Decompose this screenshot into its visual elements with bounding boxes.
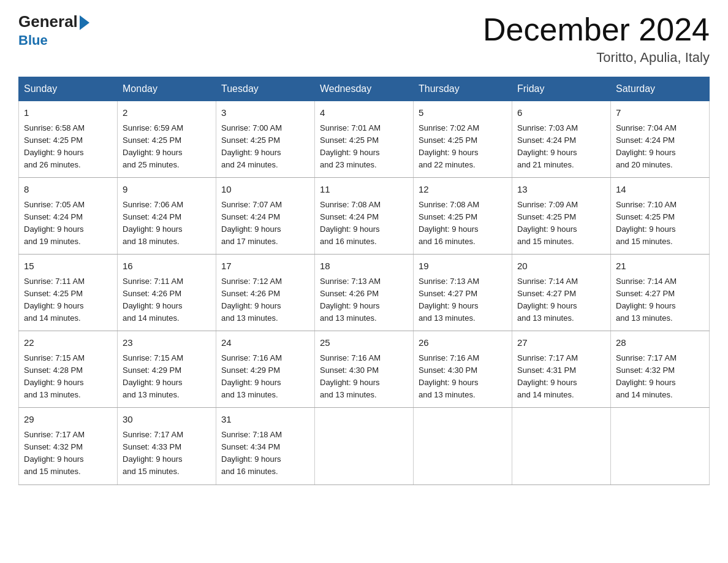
logo-blue-text: Blue [18, 33, 48, 48]
day-info: Sunrise: 6:59 AMSunset: 4:25 PMDaylight:… [123, 122, 211, 172]
col-saturday: Saturday [611, 77, 710, 101]
day-info: Sunrise: 7:01 AMSunset: 4:25 PMDaylight:… [320, 122, 408, 172]
calendar-cell: 14Sunrise: 7:10 AMSunset: 4:25 PMDayligh… [611, 178, 710, 255]
day-info: Sunrise: 7:12 AMSunset: 4:26 PMDaylight:… [221, 275, 309, 325]
day-info: Sunrise: 7:02 AMSunset: 4:25 PMDaylight:… [419, 122, 507, 172]
day-number: 30 [123, 413, 211, 427]
day-number: 26 [419, 336, 507, 350]
calendar-cell: 21Sunrise: 7:14 AMSunset: 4:27 PMDayligh… [611, 255, 710, 331]
day-number: 4 [320, 106, 408, 120]
day-info: Sunrise: 7:18 AMSunset: 4:34 PMDaylight:… [221, 429, 309, 478]
day-number: 25 [320, 336, 408, 350]
col-friday: Friday [512, 77, 611, 101]
day-number: 12 [419, 183, 507, 197]
day-info: Sunrise: 7:04 AMSunset: 4:24 PMDaylight:… [616, 122, 704, 172]
calendar-table: Sunday Monday Tuesday Wednesday Thursday… [18, 77, 710, 484]
calendar-cell: 31Sunrise: 7:18 AMSunset: 4:34 PMDayligh… [216, 408, 315, 484]
day-info: Sunrise: 7:16 AMSunset: 4:29 PMDaylight:… [221, 352, 309, 402]
day-number: 15 [24, 259, 112, 274]
day-number: 16 [123, 259, 211, 274]
day-number: 28 [616, 336, 704, 350]
calendar-cell: 1Sunrise: 6:58 AMSunset: 4:25 PMDaylight… [19, 101, 118, 178]
day-number: 24 [221, 336, 309, 350]
col-monday: Monday [118, 77, 216, 101]
day-info: Sunrise: 7:13 AMSunset: 4:26 PMDaylight:… [320, 275, 408, 325]
calendar-cell: 2Sunrise: 6:59 AMSunset: 4:25 PMDaylight… [118, 101, 216, 178]
title-block: December 2024 Toritto, Apulia, Italy [483, 12, 710, 66]
calendar-cell: 20Sunrise: 7:14 AMSunset: 4:27 PMDayligh… [512, 255, 611, 331]
day-info: Sunrise: 7:08 AMSunset: 4:24 PMDaylight:… [320, 199, 408, 248]
calendar-cell [512, 408, 611, 484]
calendar-cell: 29Sunrise: 7:17 AMSunset: 4:32 PMDayligh… [19, 408, 118, 484]
location-title: Toritto, Apulia, Italy [483, 50, 710, 66]
calendar-cell: 10Sunrise: 7:07 AMSunset: 4:24 PMDayligh… [216, 178, 315, 255]
day-info: Sunrise: 7:11 AMSunset: 4:26 PMDaylight:… [123, 275, 211, 325]
calendar-header: Sunday Monday Tuesday Wednesday Thursday… [19, 77, 710, 101]
day-number: 13 [517, 183, 605, 197]
calendar-body: 1Sunrise: 6:58 AMSunset: 4:25 PMDaylight… [19, 101, 710, 484]
day-number: 9 [123, 183, 211, 197]
calendar-cell: 24Sunrise: 7:16 AMSunset: 4:29 PMDayligh… [216, 331, 315, 408]
calendar-cell [315, 408, 414, 484]
day-info: Sunrise: 7:16 AMSunset: 4:30 PMDaylight:… [419, 352, 507, 402]
calendar-cell: 25Sunrise: 7:16 AMSunset: 4:30 PMDayligh… [315, 331, 414, 408]
page-header: General Blue December 2024 Toritto, Apul… [18, 12, 710, 66]
month-title: December 2024 [483, 12, 710, 47]
day-number: 29 [24, 413, 112, 427]
day-number: 17 [221, 259, 309, 274]
day-number: 20 [517, 259, 605, 274]
day-info: Sunrise: 7:11 AMSunset: 4:25 PMDaylight:… [24, 275, 112, 325]
calendar-week-5: 29Sunrise: 7:17 AMSunset: 4:32 PMDayligh… [19, 408, 710, 484]
day-number: 19 [419, 259, 507, 274]
calendar-cell: 16Sunrise: 7:11 AMSunset: 4:26 PMDayligh… [118, 255, 216, 331]
day-info: Sunrise: 7:08 AMSunset: 4:25 PMDaylight:… [419, 199, 507, 248]
col-thursday: Thursday [414, 77, 512, 101]
calendar-cell: 28Sunrise: 7:17 AMSunset: 4:32 PMDayligh… [611, 331, 710, 408]
calendar-cell: 17Sunrise: 7:12 AMSunset: 4:26 PMDayligh… [216, 255, 315, 331]
day-number: 23 [123, 336, 211, 350]
day-info: Sunrise: 7:05 AMSunset: 4:24 PMDaylight:… [24, 199, 112, 248]
day-number: 21 [616, 259, 704, 274]
calendar-cell: 3Sunrise: 7:00 AMSunset: 4:25 PMDaylight… [216, 101, 315, 178]
day-number: 8 [24, 183, 112, 197]
col-wednesday: Wednesday [315, 77, 414, 101]
calendar-week-2: 8Sunrise: 7:05 AMSunset: 4:24 PMDaylight… [19, 178, 710, 255]
day-info: Sunrise: 7:03 AMSunset: 4:24 PMDaylight:… [517, 122, 605, 172]
calendar-cell: 9Sunrise: 7:06 AMSunset: 4:24 PMDaylight… [118, 178, 216, 255]
day-number: 3 [221, 106, 309, 120]
calendar-cell: 11Sunrise: 7:08 AMSunset: 4:24 PMDayligh… [315, 178, 414, 255]
calendar-week-3: 15Sunrise: 7:11 AMSunset: 4:25 PMDayligh… [19, 255, 710, 331]
day-info: Sunrise: 7:15 AMSunset: 4:29 PMDaylight:… [123, 352, 211, 402]
calendar-cell: 30Sunrise: 7:17 AMSunset: 4:33 PMDayligh… [118, 408, 216, 484]
col-sunday: Sunday [19, 77, 118, 101]
day-number: 18 [320, 259, 408, 274]
day-number: 14 [616, 183, 704, 197]
calendar-cell: 19Sunrise: 7:13 AMSunset: 4:27 PMDayligh… [414, 255, 512, 331]
day-number: 10 [221, 183, 309, 197]
calendar-week-4: 22Sunrise: 7:15 AMSunset: 4:28 PMDayligh… [19, 331, 710, 408]
calendar-cell: 15Sunrise: 7:11 AMSunset: 4:25 PMDayligh… [19, 255, 118, 331]
day-number: 11 [320, 183, 408, 197]
day-number: 5 [419, 106, 507, 120]
calendar-cell: 13Sunrise: 7:09 AMSunset: 4:25 PMDayligh… [512, 178, 611, 255]
day-info: Sunrise: 7:15 AMSunset: 4:28 PMDaylight:… [24, 352, 112, 402]
day-number: 27 [517, 336, 605, 350]
day-info: Sunrise: 7:09 AMSunset: 4:25 PMDaylight:… [517, 199, 605, 248]
calendar-cell [611, 408, 710, 484]
day-info: Sunrise: 7:06 AMSunset: 4:24 PMDaylight:… [123, 199, 211, 248]
day-info: Sunrise: 7:17 AMSunset: 4:33 PMDaylight:… [123, 429, 211, 478]
day-info: Sunrise: 7:17 AMSunset: 4:32 PMDaylight:… [24, 429, 112, 478]
calendar-cell: 12Sunrise: 7:08 AMSunset: 4:25 PMDayligh… [414, 178, 512, 255]
calendar-cell: 23Sunrise: 7:15 AMSunset: 4:29 PMDayligh… [118, 331, 216, 408]
logo-general-text: General [18, 12, 78, 31]
day-info: Sunrise: 7:17 AMSunset: 4:31 PMDaylight:… [517, 352, 605, 402]
calendar-week-1: 1Sunrise: 6:58 AMSunset: 4:25 PMDaylight… [19, 101, 710, 178]
logo-arrow-icon [80, 15, 89, 30]
calendar-cell: 5Sunrise: 7:02 AMSunset: 4:25 PMDaylight… [414, 101, 512, 178]
day-info: Sunrise: 7:17 AMSunset: 4:32 PMDaylight:… [616, 352, 704, 402]
day-info: Sunrise: 7:14 AMSunset: 4:27 PMDaylight:… [616, 275, 704, 325]
calendar-cell: 7Sunrise: 7:04 AMSunset: 4:24 PMDaylight… [611, 101, 710, 178]
day-info: Sunrise: 7:07 AMSunset: 4:24 PMDaylight:… [221, 199, 309, 248]
calendar-cell: 6Sunrise: 7:03 AMSunset: 4:24 PMDaylight… [512, 101, 611, 178]
logo: General Blue [18, 12, 89, 48]
